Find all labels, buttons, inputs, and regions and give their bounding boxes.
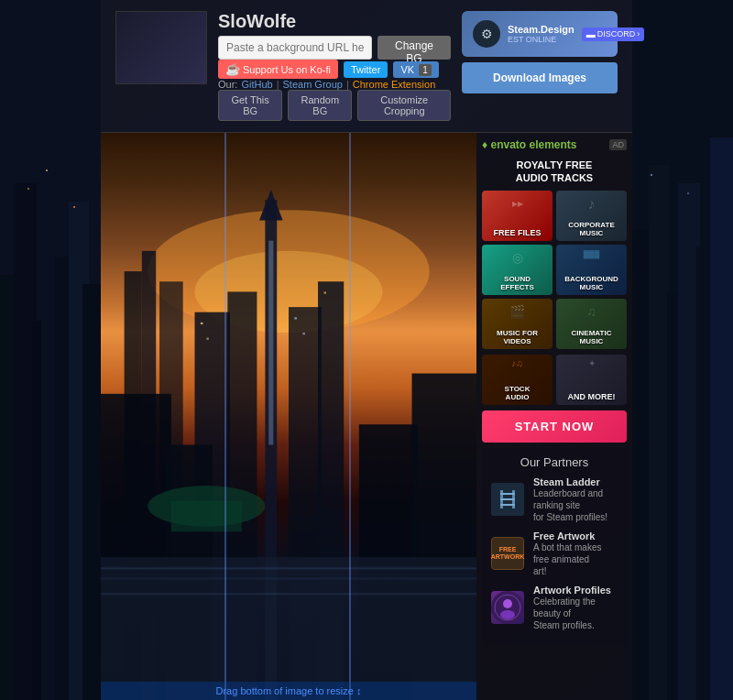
customize-button[interactable]: Customize Cropping: [357, 90, 451, 121]
svg-rect-9: [27, 188, 29, 190]
ad-item-sound-effects[interactable]: ◎ SOUNDEFFECTS: [482, 245, 552, 295]
svg-point-54: [503, 599, 512, 608]
artwork-profiles-desc: Celebrating the beauty of Steam profiles…: [533, 596, 618, 631]
steam-card-name: Steam.Design: [508, 24, 574, 35]
artwork-profiles-icon: [491, 591, 524, 624]
city-left-bg: [0, 0, 101, 700]
ad-stock-label: STOCKAUDIO: [482, 385, 552, 401]
our-label: Our:: [218, 79, 237, 90]
svg-rect-17: [710, 137, 733, 700]
ad-more-label: AND MORE!: [556, 392, 627, 401]
vk-label: VK: [400, 64, 414, 75]
steam-group-link[interactable]: Steam Group: [283, 79, 343, 90]
content-wrapper: Drag bottom of image to resize ↕ ♦ envat…: [101, 133, 632, 700]
partner-artwork-profiles[interactable]: Artwork Profiles Celebrating the beauty …: [491, 585, 618, 631]
artwork-profiles-name: Artwork Profiles: [533, 585, 618, 596]
svg-rect-27: [268, 241, 273, 445]
partner-free-artwork[interactable]: FREE ARTWORK Free Artwork A bot that mak…: [491, 530, 618, 577]
svg-marker-26: [259, 190, 283, 220]
ad-background-label: BACKGROUNDMUSIC: [556, 275, 627, 291]
free-artwork-desc: A bot that makes free animated art!: [533, 541, 618, 577]
svg-rect-51: [500, 498, 515, 500]
ad-title: ROYALTY FREE AUDIO TRACKS: [482, 159, 627, 185]
ad-item-more[interactable]: ✦ AND MORE!: [556, 355, 627, 405]
svg-rect-19: [687, 192, 689, 194]
ad-label: AD: [609, 139, 627, 150]
ad-sound-label: SOUNDEFFECTS: [482, 275, 552, 291]
start-now-button[interactable]: START NOW: [482, 410, 627, 443]
ad-item-cinematic[interactable]: ♫ CINEMATICMUSIC: [556, 299, 627, 349]
url-input[interactable]: [218, 36, 372, 60]
ad-free-files-label: FREE FILES: [482, 228, 552, 237]
main-container: SloWolfe Change BG ☕ Support Us on Ko-fi…: [101, 0, 632, 700]
ad-item-corporate[interactable]: ♪ CORPORATEMUSIC: [556, 191, 627, 241]
vk-button[interactable]: VK 1: [393, 61, 438, 78]
svg-rect-12: [632, 229, 651, 700]
twitter-button[interactable]: Twitter: [344, 61, 388, 78]
free-artwork-name: Free Artwork: [533, 530, 618, 541]
svg-rect-44: [323, 291, 326, 293]
svg-rect-41: [206, 337, 209, 339]
svg-rect-8: [46, 170, 48, 171]
svg-rect-52: [500, 504, 515, 506]
ad-item-free-files[interactable]: ▶▶ FREE FILES: [482, 191, 552, 241]
ad-item-music-videos[interactable]: 🎬 MUSIC FORVIDEOS: [482, 299, 552, 349]
steam-logo-icon: ⚙: [473, 20, 500, 48]
ad-cinematic-label: CINEMATICMUSIC: [556, 329, 627, 345]
steam-card-status: EST ONLINE: [508, 35, 574, 44]
ad-item-stock[interactable]: ♪♫ STOCKAUDIO: [482, 355, 552, 405]
svg-rect-7: [82, 284, 101, 700]
ad-music-videos-label: MUSIC FORVIDEOS: [482, 329, 552, 345]
steam-ladder-desc: Leaderboard and ranking site for Steam p…: [533, 487, 618, 523]
partner-steam-ladder[interactable]: Steam Ladder Leaderboard and ranking sit…: [491, 476, 618, 523]
partners-section: Our Partners: [482, 448, 627, 646]
ad-header: ♦ envato elements AD: [482, 138, 627, 151]
ad-section: ♦ envato elements AD ROYALTY FREE AUDIO …: [476, 133, 632, 700]
github-link[interactable]: GitHub: [241, 79, 272, 90]
drag-resize-handle[interactable]: Drag bottom of image to resize ↕: [101, 682, 476, 700]
steam-ladder-icon: [491, 483, 524, 516]
discord-icon: ▬: [586, 29, 596, 39]
get-bg-button[interactable]: Get This BG: [218, 90, 282, 121]
links-row: Our: GitHub | Steam Group | Chrome Exten…: [218, 79, 451, 90]
svg-rect-43: [302, 333, 305, 334]
download-images-button[interactable]: Download Images: [462, 62, 618, 93]
free-artwork-icon: FREE ARTWORK: [491, 537, 524, 570]
ad-item-background-music[interactable]: ▓▓▓ BACKGROUNDMUSIC: [556, 245, 627, 295]
top-section: SloWolfe Change BG ☕ Support Us on Ko-fi…: [101, 0, 632, 133]
site-title: SloWolfe: [218, 11, 451, 32]
kofi-icon: ☕: [225, 62, 240, 76]
left-controls: SloWolfe Change BG ☕ Support Us on Ko-fi…: [218, 11, 451, 121]
chevron-right-icon: ›: [637, 29, 640, 38]
kofi-label: Support Us on Ko-fi: [243, 64, 331, 75]
image-section: Drag bottom of image to resize ↕: [101, 133, 476, 700]
svg-rect-18: [651, 174, 652, 176]
vk-count: 1: [419, 64, 432, 76]
support-row: ☕ Support Us on Ko-fi Twitter VK 1: [218, 60, 451, 79]
random-bg-button[interactable]: Random BG: [288, 90, 352, 121]
svg-rect-42: [294, 317, 297, 319]
futuristic-city-bg: Drag bottom of image to resize ↕: [101, 133, 476, 700]
svg-rect-38: [101, 577, 476, 579]
svg-rect-13: [649, 165, 669, 700]
svg-rect-40: [201, 323, 203, 324]
ad-bottom-grid: ♪♫ STOCKAUDIO ✦ AND MORE!: [482, 355, 627, 405]
steam-ladder-name: Steam Ladder: [533, 476, 618, 487]
url-bar-row: Change BG: [218, 36, 451, 60]
svg-point-55: [500, 610, 515, 619]
svg-rect-10: [73, 206, 75, 208]
kofi-button[interactable]: ☕ Support Us on Ko-fi: [218, 60, 338, 79]
partners-title: Our Partners: [491, 455, 618, 469]
chrome-ext-link[interactable]: Chrome Extension: [353, 79, 436, 90]
envato-logo: ♦ envato elements: [482, 138, 577, 151]
ad-grid: ▶▶ FREE FILES ♪ CORPORATEMUSIC ◎ SOUNDEF…: [482, 191, 627, 349]
divider-right: [349, 133, 351, 700]
city-right-bg: [632, 0, 733, 700]
svg-rect-39: [101, 593, 476, 595]
city-svg: [101, 190, 476, 700]
ad-corporate-label: CORPORATEMUSIC: [556, 221, 627, 237]
change-bg-button[interactable]: Change BG: [377, 36, 451, 60]
steam-design-card[interactable]: ⚙ Steam.Design EST ONLINE ▬ DISCORD ›: [462, 11, 618, 57]
logo-area: [115, 11, 207, 84]
drag-text: Drag bottom of image to resize ↕: [216, 685, 362, 696]
